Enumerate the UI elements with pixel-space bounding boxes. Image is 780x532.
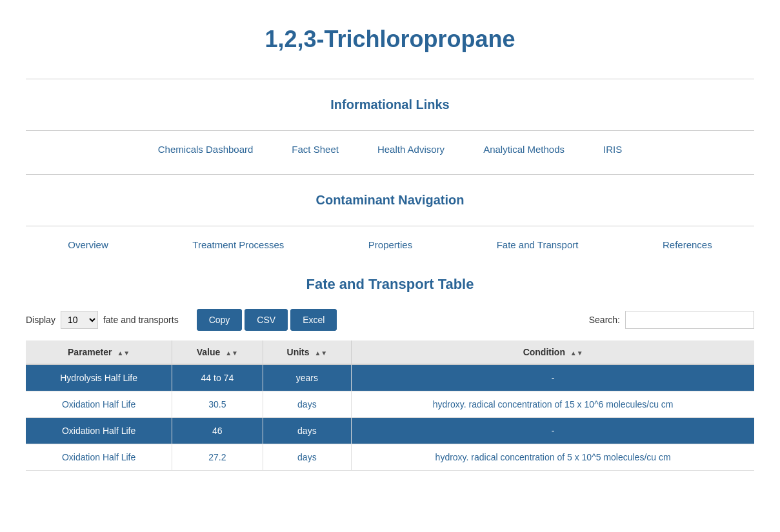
cell-units: years (263, 364, 352, 391)
col-value[interactable]: Value ▲▼ (172, 340, 263, 364)
table-header-row: Parameter ▲▼ Value ▲▼ Units ▲▼ Condition… (26, 340, 754, 364)
contaminant-nav-container: Overview Treatment Processes Properties … (26, 233, 754, 263)
table-controls-left: Display 10 25 50 100 fate and transports… (26, 309, 337, 331)
search-label: Search: (589, 315, 620, 325)
cell-condition: hydroxy. radical concentration of 15 x 1… (352, 391, 754, 418)
display-select[interactable]: 10 25 50 100 (61, 311, 98, 329)
sort-icon-parameter: ▲▼ (117, 350, 130, 357)
cell-parameter: Oxidation Half Life (26, 391, 172, 418)
table-controls: Display 10 25 50 100 fate and transports… (26, 302, 754, 340)
sort-icon-condition: ▲▼ (570, 350, 583, 357)
nav-treatment-processes[interactable]: Treatment Processes (192, 239, 284, 250)
contaminant-nav-heading: Contaminant Navigation (26, 181, 754, 219)
table-row: Oxidation Half Life27.2dayshydroxy. radi… (26, 444, 754, 471)
link-health-advisory[interactable]: Health Advisory (377, 144, 445, 155)
cell-value: 27.2 (172, 444, 263, 471)
cell-units: days (263, 391, 352, 418)
table-row: Oxidation Half Life30.5dayshydroxy. radi… (26, 391, 754, 418)
link-chemicals-dashboard[interactable]: Chemicals Dashboard (158, 144, 254, 155)
col-units[interactable]: Units ▲▼ (263, 340, 352, 364)
cell-condition: - (352, 364, 754, 391)
fate-transport-table-title: Fate and Transport Table (26, 263, 754, 302)
fate-transports-label: fate and transports (103, 315, 179, 325)
sort-icon-units: ▲▼ (314, 350, 327, 357)
copy-button[interactable]: Copy (197, 309, 243, 331)
table-header: Parameter ▲▼ Value ▲▼ Units ▲▼ Condition… (26, 340, 754, 364)
cell-units: days (263, 418, 352, 444)
fate-transport-table: Parameter ▲▼ Value ▲▼ Units ▲▼ Condition… (26, 340, 754, 471)
cell-parameter: Oxidation Half Life (26, 418, 172, 444)
link-analytical-methods[interactable]: Analytical Methods (483, 144, 565, 155)
cell-units: days (263, 444, 352, 471)
cell-value: 44 to 74 (172, 364, 263, 391)
table-body: Hydrolysis Half Life44 to 74years-Oxidat… (26, 364, 754, 471)
table-controls-right: Search: (589, 311, 754, 329)
col-parameter[interactable]: Parameter ▲▼ (26, 340, 172, 364)
export-buttons: Copy CSV Excel (197, 309, 337, 331)
cell-condition: - (352, 418, 754, 444)
divider-top (26, 79, 754, 79)
csv-button[interactable]: CSV (245, 309, 288, 331)
divider-info (26, 130, 754, 131)
sort-icon-value: ▲▼ (225, 350, 238, 357)
nav-references[interactable]: References (663, 239, 712, 250)
link-iris[interactable]: IRIS (603, 144, 622, 155)
display-label: Display (26, 315, 55, 325)
page-title: 1,2,3-Trichloropropane (26, 13, 754, 72)
cell-value: 30.5 (172, 391, 263, 418)
table-row: Oxidation Half Life46days- (26, 418, 754, 444)
divider-nav-top (26, 174, 754, 175)
excel-button[interactable]: Excel (290, 309, 337, 331)
cell-value: 46 (172, 418, 263, 444)
cell-parameter: Hydrolysis Half Life (26, 364, 172, 391)
search-input[interactable] (625, 311, 754, 329)
nav-overview[interactable]: Overview (68, 239, 108, 250)
nav-fate-transport[interactable]: Fate and Transport (497, 239, 579, 250)
col-condition[interactable]: Condition ▲▼ (352, 340, 754, 364)
cell-parameter: Oxidation Half Life (26, 444, 172, 471)
table-row: Hydrolysis Half Life44 to 74years- (26, 364, 754, 391)
nav-properties[interactable]: Properties (368, 239, 412, 250)
informational-links-container: Chemicals Dashboard Fact Sheet Health Ad… (26, 137, 754, 168)
cell-condition: hydroxy. radical concentration of 5 x 10… (352, 444, 754, 471)
divider-nav-bottom (26, 226, 754, 226)
informational-links-heading: Informational Links (26, 86, 754, 124)
link-fact-sheet[interactable]: Fact Sheet (292, 144, 339, 155)
